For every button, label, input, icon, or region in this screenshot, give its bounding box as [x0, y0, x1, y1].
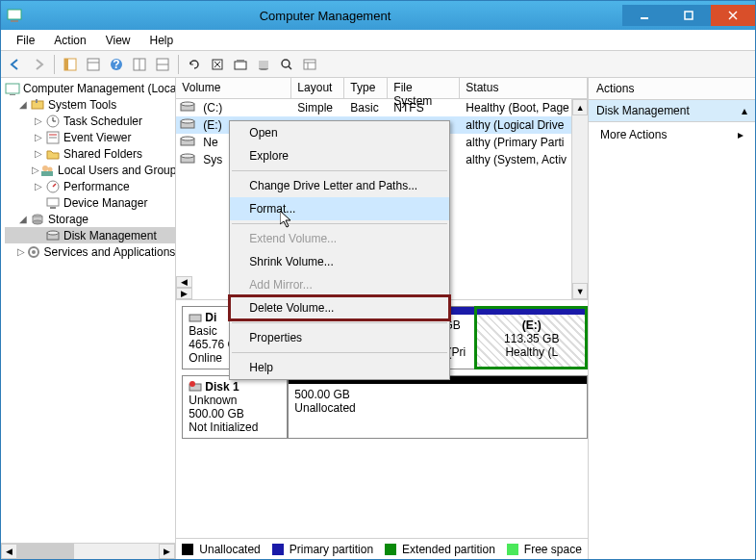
svg-rect-27	[10, 94, 15, 95]
app-icon	[7, 8, 22, 23]
col-layout[interactable]: Layout	[291, 78, 344, 98]
svg-point-54	[181, 137, 194, 140]
col-fs[interactable]: File System	[388, 78, 460, 98]
window-title: Computer Management	[28, 9, 622, 23]
view-button-3[interactable]	[152, 54, 173, 75]
view-button-2[interactable]	[129, 54, 150, 75]
tree-hscroll[interactable]: ◀▶	[1, 543, 175, 559]
close-button[interactable]	[711, 5, 755, 26]
help-button[interactable]: ?	[106, 54, 127, 75]
tree-system-tools[interactable]: ◢ System Tools	[5, 96, 175, 113]
action-button-4[interactable]	[276, 54, 297, 75]
disk-icon	[189, 311, 202, 324]
title-bar: Computer Management	[1, 1, 755, 30]
legend: Unallocated Primary partition Extended p…	[176, 538, 588, 559]
drive-icon	[180, 152, 195, 167]
tree-storage[interactable]: ◢Storage	[5, 211, 175, 227]
ctx-explore[interactable]: Explore	[230, 144, 449, 167]
menu-file[interactable]: File	[7, 32, 44, 49]
svg-rect-38	[41, 171, 53, 176]
tree-performance[interactable]: ▷Performance	[5, 178, 175, 194]
menu-view[interactable]: View	[96, 32, 140, 49]
collapse-icon: ▴	[742, 104, 747, 117]
tree-root[interactable]: Computer Management (Local	[5, 80, 175, 96]
svg-rect-1	[11, 20, 18, 22]
drive-icon	[180, 100, 195, 115]
svg-point-46	[47, 231, 59, 235]
actions-more[interactable]: More Actions ▸	[589, 122, 755, 147]
col-type[interactable]: Type	[344, 78, 388, 98]
svg-rect-57	[189, 315, 201, 321]
svg-rect-3	[685, 12, 693, 19]
ctx-open[interactable]: Open	[230, 121, 449, 144]
vlist-vscroll[interactable]: ▲▼	[571, 99, 588, 299]
svg-rect-40	[47, 198, 59, 206]
col-volume[interactable]: Volume	[176, 78, 291, 98]
ctx-extend: Extend Volume...	[230, 227, 449, 250]
show-hide-tree-button[interactable]	[60, 54, 81, 75]
svg-rect-7	[64, 59, 68, 70]
svg-rect-29	[36, 99, 38, 103]
back-button[interactable]	[5, 54, 26, 75]
chevron-right-icon: ▸	[738, 128, 743, 141]
tree-disk-management[interactable]: Disk Management	[5, 227, 175, 243]
tree-shared-folders[interactable]: ▷Shared Folders	[5, 145, 175, 162]
svg-point-37	[48, 166, 53, 171]
disk-1-label[interactable]: Disk 1 Unknown 500.00 GB Not Initialized	[182, 375, 288, 439]
svg-rect-20	[259, 61, 268, 68]
volume-list-header: Volume Layout Type File System Status	[176, 78, 588, 99]
tree-local-users[interactable]: ▷Local Users and Groups	[5, 162, 175, 178]
tree-event-viewer[interactable]: ▷Event Viewer	[5, 129, 175, 145]
actions-header: Actions	[589, 78, 755, 100]
svg-point-59	[189, 381, 195, 387]
ctx-properties[interactable]: Properties	[230, 326, 449, 349]
svg-rect-17	[235, 62, 246, 69]
svg-line-22	[289, 66, 291, 69]
svg-point-50	[181, 102, 194, 106]
action-button-3[interactable]	[253, 54, 274, 75]
drive-icon	[180, 135, 195, 150]
svg-rect-23	[304, 60, 315, 69]
ctx-change-letter[interactable]: Change Drive Letter and Paths...	[230, 174, 449, 197]
disk1-part0[interactable]: 500.00 GB Unallocated	[288, 376, 587, 438]
ctx-help[interactable]: Help	[230, 356, 449, 379]
svg-point-44	[33, 220, 42, 224]
svg-point-36	[42, 165, 48, 171]
ctx-shrink[interactable]: Shrink Volume...	[230, 250, 449, 273]
svg-point-48	[32, 250, 36, 254]
tree-task-scheduler[interactable]: ▷Task Scheduler	[5, 113, 175, 129]
forward-button[interactable]	[28, 54, 49, 75]
disk0-part-e[interactable]: (E:) 113.35 GB Healthy (L	[475, 307, 587, 369]
svg-rect-18	[237, 60, 244, 62]
toolbar: ?	[1, 51, 755, 78]
action-button-5[interactable]	[299, 54, 320, 75]
svg-point-52	[181, 119, 194, 123]
action-button-1[interactable]	[207, 54, 228, 75]
context-menu: Open Explore Change Drive Letter and Pat…	[229, 120, 450, 380]
ctx-mirror: Add Mirror...	[230, 273, 449, 296]
maximize-button[interactable]	[667, 5, 711, 26]
view-button-1[interactable]	[83, 54, 104, 75]
ctx-format[interactable]: Format...	[230, 197, 449, 220]
menu-bar: File Action View Help	[1, 30, 755, 51]
svg-rect-26	[6, 84, 19, 93]
refresh-button[interactable]	[184, 54, 205, 75]
action-button-2[interactable]	[230, 54, 251, 75]
minimize-button[interactable]	[622, 5, 667, 26]
actions-selected[interactable]: Disk Management ▴	[589, 100, 755, 122]
volume-row-c[interactable]: (C:) Simple Basic NTFS Healthy (Boot, Pa…	[176, 99, 588, 116]
svg-rect-0	[8, 10, 21, 19]
svg-rect-8	[88, 59, 99, 70]
svg-text:?: ?	[113, 58, 119, 71]
disk-icon	[189, 380, 202, 394]
tree-device-manager[interactable]: Device Manager	[5, 194, 175, 211]
legend-primary-swatch	[272, 544, 284, 555]
ctx-delete[interactable]: Delete Volume...	[230, 296, 449, 319]
col-status[interactable]: Status	[460, 78, 588, 98]
menu-help[interactable]: Help	[140, 32, 184, 49]
menu-action[interactable]: Action	[44, 32, 95, 49]
drive-icon	[180, 117, 195, 133]
actions-pane: Actions Disk Management ▴ More Actions ▸	[589, 78, 755, 559]
tree-services[interactable]: ▷Services and Applications	[5, 243, 175, 260]
svg-point-56	[181, 154, 194, 158]
